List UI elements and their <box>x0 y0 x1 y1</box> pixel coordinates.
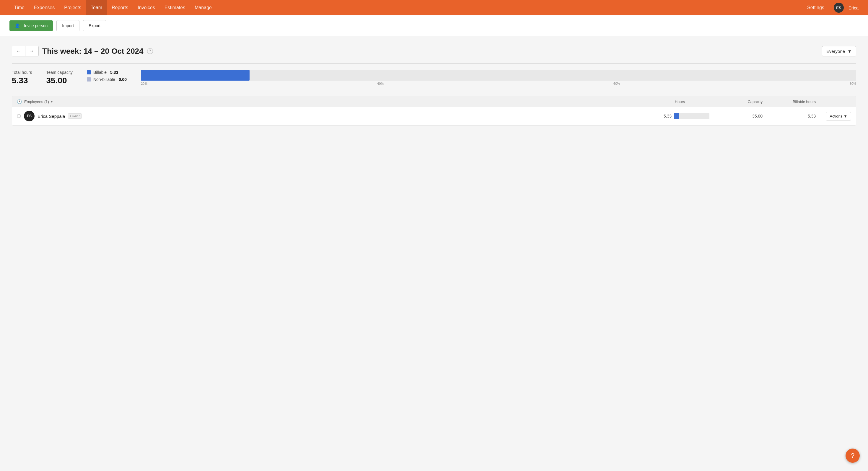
row-left: ES Erica Seppala Owner <box>17 111 650 121</box>
user-name[interactable]: Erica Seppala <box>37 114 65 119</box>
next-week-button[interactable]: → <box>25 46 38 56</box>
add-person-icon: 👤+ <box>15 23 22 28</box>
total-hours-label: Total hours <box>12 70 32 75</box>
nav-projects[interactable]: Projects <box>59 0 86 15</box>
import-button[interactable]: Import <box>56 20 80 31</box>
team-capacity-label: Team capacity <box>46 70 72 75</box>
employees-header-left: 🕐 Employees (1) ▼ <box>17 99 650 104</box>
chart-ticks: 20% 40% 60% 80% <box>141 82 856 85</box>
actions-button[interactable]: Actions ▼ <box>826 112 851 121</box>
toolbar: 👤+ Invite person Import Export <box>0 15 868 36</box>
invite-person-button[interactable]: 👤+ Invite person <box>9 20 53 31</box>
week-title: This week: 14 – 20 Oct 2024 <box>42 46 144 56</box>
row-billable: 5.33 <box>763 114 816 118</box>
chevron-down-icon: ▼ <box>843 114 847 118</box>
nav-reports[interactable]: Reports <box>107 0 133 15</box>
row-radio[interactable] <box>17 114 21 118</box>
nav-manage[interactable]: Manage <box>190 0 216 15</box>
billable-dot <box>87 70 91 74</box>
nav-invoices[interactable]: Invoices <box>133 0 160 15</box>
stats-section: Total hours 5.33 Team capacity 35.00 Bil… <box>12 63 856 91</box>
tick-60: 60% <box>613 82 620 85</box>
employees-chevron-icon: ▼ <box>50 100 54 103</box>
table-row: ES Erica Seppala Owner 5.33 35.00 5.33 A… <box>12 107 856 125</box>
chart-bar <box>141 70 856 81</box>
mini-bar-fill <box>674 113 679 119</box>
table-header: 🕐 Employees (1) ▼ Hours Capacity Billabl… <box>12 96 856 107</box>
nav-right: Settings ES Erica <box>802 0 859 15</box>
total-hours-value: 5.33 <box>12 76 32 85</box>
help-icon[interactable]: ? <box>147 48 153 54</box>
legend-block: Billable 5.33 Non-billable 0.00 <box>87 70 127 82</box>
capacity-column-header: Capacity <box>709 99 763 104</box>
employees-label[interactable]: Employees (1) ▼ <box>24 99 54 104</box>
everyone-dropdown[interactable]: Everyone ▼ <box>822 46 856 56</box>
team-capacity-value: 35.00 <box>46 76 72 85</box>
nav-estimates[interactable]: Estimates <box>160 0 190 15</box>
billable-legend: Billable 5.33 <box>87 70 127 75</box>
prev-week-button[interactable]: ← <box>12 46 25 56</box>
export-button[interactable]: Export <box>83 20 106 31</box>
clock-icon: 🕐 <box>17 99 22 104</box>
hours-column-header: Hours <box>650 99 709 104</box>
billable-hours-column-header: Billable hours <box>763 99 816 104</box>
hours-value: 5.33 <box>661 114 672 118</box>
avatar: ES <box>24 111 35 121</box>
nav-expenses[interactable]: Expenses <box>29 0 59 15</box>
nav-team[interactable]: Team <box>86 0 107 15</box>
avatar[interactable]: ES <box>834 3 844 13</box>
tick-20: 20% <box>141 82 147 85</box>
owner-badge: Owner <box>68 114 82 119</box>
chart-fill-billable <box>141 70 250 81</box>
non-billable-legend: Non-billable 0.00 <box>87 77 127 82</box>
row-capacity: 35.00 <box>709 114 763 118</box>
navbar: Time Expenses Projects Team Reports Invo… <box>0 0 868 15</box>
actions-cell: Actions ▼ <box>816 112 851 121</box>
nav-username: Erica <box>848 5 859 10</box>
employees-table: 🕐 Employees (1) ▼ Hours Capacity Billabl… <box>12 96 856 126</box>
nav-time[interactable]: Time <box>9 0 29 15</box>
team-capacity-block: Team capacity 35.00 <box>46 70 72 85</box>
mini-bar-container <box>674 113 709 119</box>
settings-link[interactable]: Settings <box>802 0 829 15</box>
week-header: ← → This week: 14 – 20 Oct 2024 ? Everyo… <box>12 46 856 56</box>
non-billable-dot <box>87 77 91 82</box>
tick-40: 40% <box>377 82 384 85</box>
total-hours-block: Total hours 5.33 <box>12 70 32 85</box>
help-fab[interactable]: ? <box>845 448 860 463</box>
tick-80: 80% <box>850 82 856 85</box>
week-nav-arrows: ← → <box>12 46 39 56</box>
row-hours: 5.33 <box>650 113 709 119</box>
chart-section: 20% 40% 60% 80% <box>141 70 856 85</box>
main-content: ← → This week: 14 – 20 Oct 2024 ? Everyo… <box>0 36 868 471</box>
chevron-down-icon: ▼ <box>847 49 852 54</box>
